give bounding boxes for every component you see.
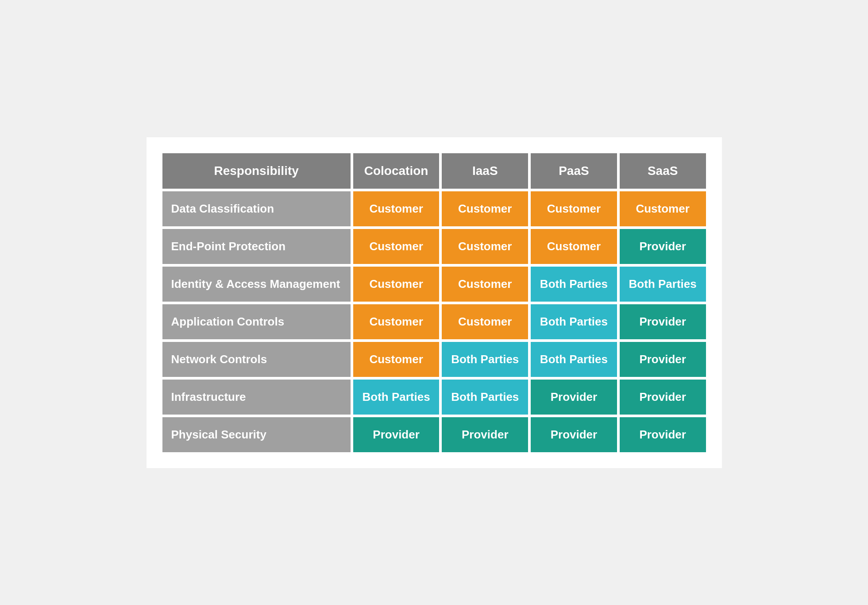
table-container: Responsibility Colocation IaaS PaaS SaaS… bbox=[147, 137, 722, 468]
row-label-2: Identity & Access Management bbox=[162, 267, 351, 302]
cell-6-3: Provider bbox=[620, 417, 706, 452]
table-row: Application ControlsCustomerCustomerBoth… bbox=[162, 304, 706, 339]
cell-5-3: Provider bbox=[620, 380, 706, 415]
cell-1-2: Customer bbox=[531, 229, 617, 264]
header-iaas: IaaS bbox=[442, 153, 528, 189]
cell-4-0: Customer bbox=[353, 342, 440, 377]
row-label-4: Network Controls bbox=[162, 342, 351, 377]
cell-4-1: Both Parties bbox=[442, 342, 528, 377]
header-responsibility: Responsibility bbox=[162, 153, 351, 189]
cell-4-3: Provider bbox=[620, 342, 706, 377]
cell-1-3: Provider bbox=[620, 229, 706, 264]
cell-1-1: Customer bbox=[442, 229, 528, 264]
cell-0-1: Customer bbox=[442, 191, 528, 226]
cell-2-0: Customer bbox=[353, 267, 440, 302]
row-label-0: Data Classification bbox=[162, 191, 351, 226]
cell-4-2: Both Parties bbox=[531, 342, 617, 377]
cell-2-2: Both Parties bbox=[531, 267, 617, 302]
cell-6-1: Provider bbox=[442, 417, 528, 452]
cell-1-0: Customer bbox=[353, 229, 440, 264]
row-label-6: Physical Security bbox=[162, 417, 351, 452]
header-colocation: Colocation bbox=[353, 153, 440, 189]
cell-3-3: Provider bbox=[620, 304, 706, 339]
cell-5-1: Both Parties bbox=[442, 380, 528, 415]
header-paas: PaaS bbox=[531, 153, 617, 189]
cell-3-2: Both Parties bbox=[531, 304, 617, 339]
cell-6-0: Provider bbox=[353, 417, 440, 452]
cell-3-1: Customer bbox=[442, 304, 528, 339]
header-row: Responsibility Colocation IaaS PaaS SaaS bbox=[162, 153, 706, 189]
row-label-3: Application Controls bbox=[162, 304, 351, 339]
table-row: InfrastructureBoth PartiesBoth PartiesPr… bbox=[162, 380, 706, 415]
table-row: Identity & Access ManagementCustomerCust… bbox=[162, 267, 706, 302]
responsibility-table: Responsibility Colocation IaaS PaaS SaaS… bbox=[160, 151, 709, 455]
row-label-5: Infrastructure bbox=[162, 380, 351, 415]
row-label-1: End-Point Protection bbox=[162, 229, 351, 264]
cell-3-0: Customer bbox=[353, 304, 440, 339]
cell-2-1: Customer bbox=[442, 267, 528, 302]
cell-6-2: Provider bbox=[531, 417, 617, 452]
cell-0-0: Customer bbox=[353, 191, 440, 226]
cell-5-2: Provider bbox=[531, 380, 617, 415]
table-row: Data ClassificationCustomerCustomerCusto… bbox=[162, 191, 706, 226]
table-row: Physical SecurityProviderProviderProvide… bbox=[162, 417, 706, 452]
cell-2-3: Both Parties bbox=[620, 267, 706, 302]
cell-0-3: Customer bbox=[620, 191, 706, 226]
header-saas: SaaS bbox=[620, 153, 706, 189]
table-row: End-Point ProtectionCustomerCustomerCust… bbox=[162, 229, 706, 264]
cell-5-0: Both Parties bbox=[353, 380, 440, 415]
cell-0-2: Customer bbox=[531, 191, 617, 226]
table-row: Network ControlsCustomerBoth PartiesBoth… bbox=[162, 342, 706, 377]
